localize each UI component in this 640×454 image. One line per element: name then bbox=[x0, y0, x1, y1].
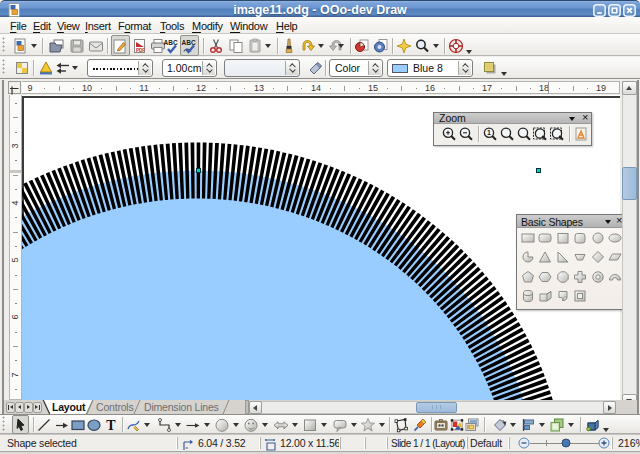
svg-text:T: T bbox=[106, 418, 116, 433]
svg-text:ABC: ABC bbox=[164, 39, 178, 46]
svg-text:1: 1 bbox=[487, 129, 491, 136]
svg-text:ABC: ABC bbox=[182, 39, 196, 46]
svg-text:PDF: PDF bbox=[136, 48, 145, 53]
